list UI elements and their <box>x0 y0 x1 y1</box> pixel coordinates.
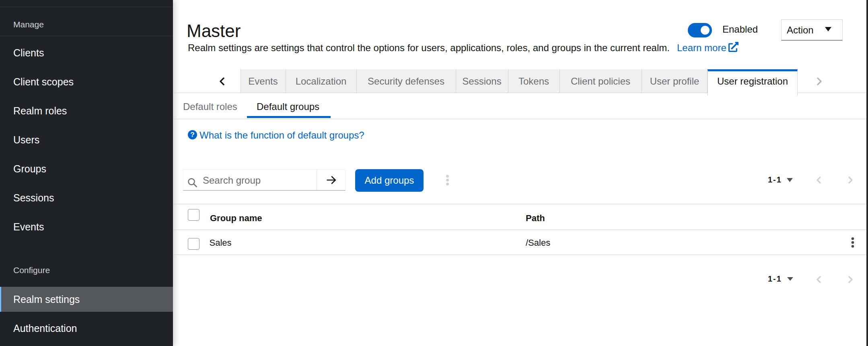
svg-text:?: ? <box>190 131 194 139</box>
